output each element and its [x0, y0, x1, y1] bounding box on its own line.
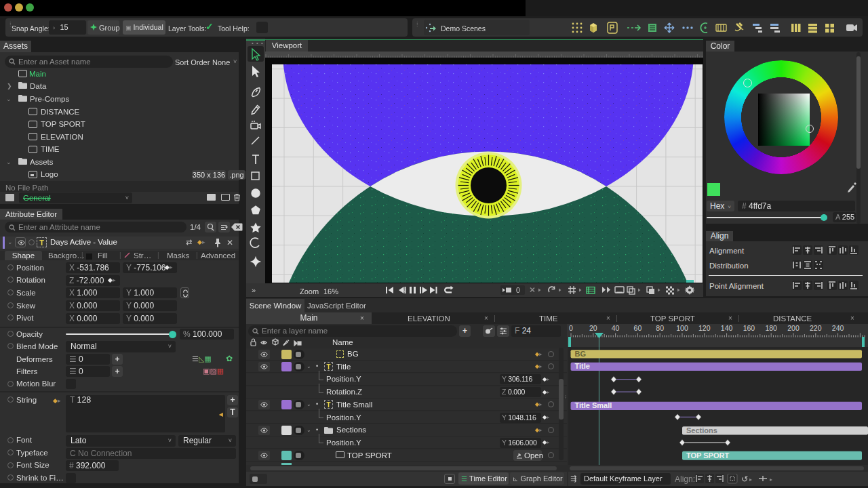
svg-text:▸: ▸	[770, 476, 772, 483]
svg-text:Sections: Sections	[686, 426, 717, 434]
svg-text:▸: ▸	[749, 476, 752, 483]
svg-text:20: 20	[589, 324, 597, 332]
svg-text:160: 160	[743, 324, 755, 332]
svg-text:Title: Title	[575, 362, 590, 370]
svg-text:60: 60	[634, 324, 642, 332]
svg-text:100: 100	[676, 324, 688, 332]
svg-text:220: 220	[810, 324, 822, 332]
svg-text:120: 120	[698, 324, 711, 332]
svg-text:240: 240	[832, 324, 844, 332]
svg-text:0: 0	[569, 324, 573, 332]
svg-text:Title Small: Title Small	[575, 401, 612, 409]
svg-text:↺: ↺	[741, 474, 748, 484]
svg-text:40: 40	[612, 324, 620, 332]
svg-text:0: 0	[516, 286, 520, 294]
svg-text:140: 140	[721, 324, 733, 332]
svg-text:TOP SPORT: TOP SPORT	[686, 451, 729, 460]
svg-text:BG: BG	[575, 350, 587, 358]
svg-text:180: 180	[765, 324, 777, 332]
svg-text:80: 80	[656, 324, 664, 332]
svg-text:200: 200	[787, 324, 800, 332]
